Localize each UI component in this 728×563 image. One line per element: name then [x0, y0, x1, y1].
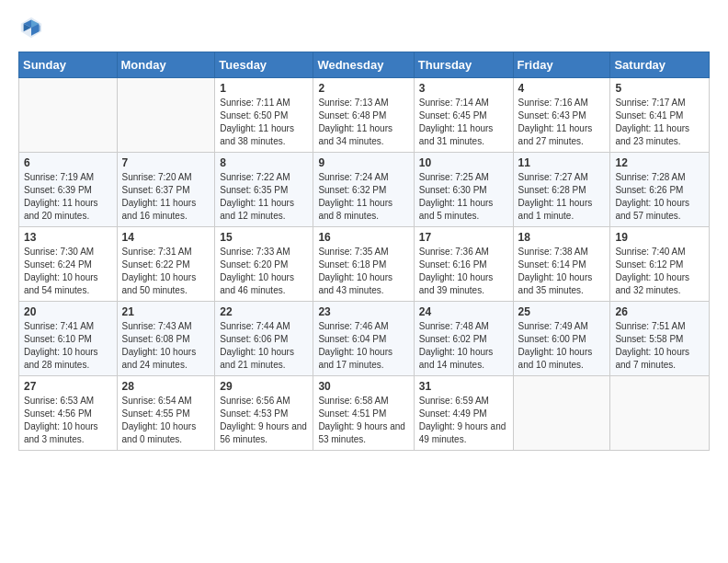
page: SundayMondayTuesdayWednesdayThursdayFrid…: [0, 0, 728, 465]
day-info: Sunrise: 7:43 AM Sunset: 6:08 PM Dayligh…: [122, 320, 210, 372]
day-cell: 11Sunrise: 7:27 AM Sunset: 6:28 PM Dayli…: [513, 153, 610, 227]
day-cell: 22Sunrise: 7:44 AM Sunset: 6:06 PM Dayli…: [215, 302, 313, 376]
day-number: 10: [419, 156, 508, 169]
day-cell: 14Sunrise: 7:31 AM Sunset: 6:22 PM Dayli…: [117, 227, 215, 302]
day-number: 25: [518, 305, 606, 318]
day-number: 22: [220, 305, 308, 318]
day-info: Sunrise: 7:16 AM Sunset: 6:43 PM Dayligh…: [518, 97, 606, 148]
day-info: Sunrise: 7:46 AM Sunset: 6:04 PM Dayligh…: [318, 320, 408, 372]
day-cell: 21Sunrise: 7:43 AM Sunset: 6:08 PM Dayli…: [117, 302, 215, 376]
day-cell: 2Sunrise: 7:13 AM Sunset: 6:48 PM Daylig…: [313, 78, 414, 153]
day-info: Sunrise: 7:38 AM Sunset: 6:14 PM Dayligh…: [518, 246, 606, 297]
weekday-header-wednesday: Wednesday: [313, 52, 414, 78]
day-number: 19: [615, 231, 704, 244]
day-cell: 30Sunrise: 6:58 AM Sunset: 4:51 PM Dayli…: [313, 376, 414, 451]
day-cell: 25Sunrise: 7:49 AM Sunset: 6:00 PM Dayli…: [513, 302, 610, 376]
day-number: 12: [615, 156, 704, 169]
day-info: Sunrise: 6:59 AM Sunset: 4:49 PM Dayligh…: [419, 395, 508, 446]
day-info: Sunrise: 7:17 AM Sunset: 6:41 PM Dayligh…: [615, 97, 704, 148]
day-cell: 12Sunrise: 7:28 AM Sunset: 6:26 PM Dayli…: [610, 153, 710, 227]
day-cell: 4Sunrise: 7:16 AM Sunset: 6:43 PM Daylig…: [513, 78, 610, 153]
weekday-header-tuesday: Tuesday: [215, 52, 313, 78]
week-row-2: 6Sunrise: 7:19 AM Sunset: 6:39 PM Daylig…: [19, 153, 710, 227]
day-number: 13: [24, 231, 112, 244]
day-cell: 26Sunrise: 7:51 AM Sunset: 5:58 PM Dayli…: [610, 302, 710, 376]
day-info: Sunrise: 7:13 AM Sunset: 6:48 PM Dayligh…: [318, 97, 408, 148]
day-cell: 31Sunrise: 6:59 AM Sunset: 4:49 PM Dayli…: [414, 376, 513, 451]
day-info: Sunrise: 7:30 AM Sunset: 6:24 PM Dayligh…: [24, 246, 112, 297]
weekday-header-friday: Friday: [513, 52, 610, 78]
day-number: 8: [220, 156, 308, 169]
day-number: 17: [419, 231, 508, 244]
day-info: Sunrise: 7:36 AM Sunset: 6:16 PM Dayligh…: [419, 246, 508, 297]
day-number: 9: [318, 156, 408, 169]
day-number: 4: [518, 82, 606, 95]
day-cell: 8Sunrise: 7:22 AM Sunset: 6:35 PM Daylig…: [215, 153, 313, 227]
day-cell: 28Sunrise: 6:54 AM Sunset: 4:55 PM Dayli…: [117, 376, 215, 451]
day-cell: 13Sunrise: 7:30 AM Sunset: 6:24 PM Dayli…: [19, 227, 118, 302]
calendar-table: SundayMondayTuesdayWednesdayThursdayFrid…: [18, 52, 710, 451]
day-number: 18: [518, 231, 606, 244]
day-number: 6: [24, 156, 112, 169]
day-info: Sunrise: 7:35 AM Sunset: 6:18 PM Dayligh…: [318, 246, 408, 297]
day-info: Sunrise: 6:58 AM Sunset: 4:51 PM Dayligh…: [318, 395, 408, 446]
day-number: 20: [24, 305, 112, 318]
day-cell: 24Sunrise: 7:48 AM Sunset: 6:02 PM Dayli…: [414, 302, 513, 376]
day-cell: 20Sunrise: 7:41 AM Sunset: 6:10 PM Dayli…: [19, 302, 118, 376]
day-cell: [19, 78, 118, 153]
weekday-header-row: SundayMondayTuesdayWednesdayThursdayFrid…: [19, 52, 710, 78]
day-number: 2: [318, 82, 408, 95]
day-info: Sunrise: 7:49 AM Sunset: 6:00 PM Dayligh…: [518, 320, 606, 372]
day-number: 26: [615, 305, 704, 318]
week-row-1: 1Sunrise: 7:11 AM Sunset: 6:50 PM Daylig…: [19, 78, 710, 153]
day-info: Sunrise: 7:22 AM Sunset: 6:35 PM Dayligh…: [220, 171, 308, 223]
weekday-header-sunday: Sunday: [19, 52, 118, 78]
day-number: 29: [220, 380, 308, 393]
day-info: Sunrise: 7:14 AM Sunset: 6:45 PM Dayligh…: [419, 97, 508, 148]
week-row-4: 20Sunrise: 7:41 AM Sunset: 6:10 PM Dayli…: [19, 302, 710, 376]
day-info: Sunrise: 7:27 AM Sunset: 6:28 PM Dayligh…: [518, 171, 606, 223]
day-cell: [610, 376, 710, 451]
day-number: 30: [318, 380, 408, 393]
week-row-3: 13Sunrise: 7:30 AM Sunset: 6:24 PM Dayli…: [19, 227, 710, 302]
day-number: 16: [318, 231, 408, 244]
day-cell: 17Sunrise: 7:36 AM Sunset: 6:16 PM Dayli…: [414, 227, 513, 302]
day-cell: 15Sunrise: 7:33 AM Sunset: 6:20 PM Dayli…: [215, 227, 313, 302]
day-number: 27: [24, 380, 112, 393]
day-cell: 16Sunrise: 7:35 AM Sunset: 6:18 PM Dayli…: [313, 227, 414, 302]
day-cell: 5Sunrise: 7:17 AM Sunset: 6:41 PM Daylig…: [610, 78, 710, 153]
day-number: 7: [122, 156, 210, 169]
day-cell: [117, 78, 215, 153]
weekday-header-thursday: Thursday: [414, 52, 513, 78]
day-info: Sunrise: 7:51 AM Sunset: 5:58 PM Dayligh…: [615, 320, 704, 372]
day-info: Sunrise: 6:53 AM Sunset: 4:56 PM Dayligh…: [24, 395, 112, 446]
day-number: 1: [220, 82, 308, 95]
day-cell: 3Sunrise: 7:14 AM Sunset: 6:45 PM Daylig…: [414, 78, 513, 153]
day-number: 14: [122, 231, 210, 244]
day-info: Sunrise: 7:48 AM Sunset: 6:02 PM Dayligh…: [419, 320, 508, 372]
day-cell: 19Sunrise: 7:40 AM Sunset: 6:12 PM Dayli…: [610, 227, 710, 302]
day-info: Sunrise: 7:24 AM Sunset: 6:32 PM Dayligh…: [318, 171, 408, 223]
day-cell: 1Sunrise: 7:11 AM Sunset: 6:50 PM Daylig…: [215, 78, 313, 153]
day-number: 5: [615, 82, 704, 95]
day-info: Sunrise: 7:25 AM Sunset: 6:30 PM Dayligh…: [419, 171, 508, 223]
day-number: 21: [122, 305, 210, 318]
weekday-header-monday: Monday: [117, 52, 215, 78]
day-number: 31: [419, 380, 508, 393]
logo: [18, 15, 48, 40]
day-info: Sunrise: 7:41 AM Sunset: 6:10 PM Dayligh…: [24, 320, 112, 372]
day-cell: 6Sunrise: 7:19 AM Sunset: 6:39 PM Daylig…: [19, 153, 118, 227]
day-info: Sunrise: 7:28 AM Sunset: 6:26 PM Dayligh…: [615, 171, 704, 223]
day-number: 24: [419, 305, 508, 318]
day-cell: 10Sunrise: 7:25 AM Sunset: 6:30 PM Dayli…: [414, 153, 513, 227]
day-cell: 29Sunrise: 6:56 AM Sunset: 4:53 PM Dayli…: [215, 376, 313, 451]
day-info: Sunrise: 7:40 AM Sunset: 6:12 PM Dayligh…: [615, 246, 704, 297]
logo-icon: [18, 15, 44, 40]
day-number: 11: [518, 156, 606, 169]
day-info: Sunrise: 6:56 AM Sunset: 4:53 PM Dayligh…: [220, 395, 308, 446]
day-number: 28: [122, 380, 210, 393]
day-cell: 7Sunrise: 7:20 AM Sunset: 6:37 PM Daylig…: [117, 153, 215, 227]
day-cell: [513, 376, 610, 451]
day-cell: 18Sunrise: 7:38 AM Sunset: 6:14 PM Dayli…: [513, 227, 610, 302]
day-cell: 27Sunrise: 6:53 AM Sunset: 4:56 PM Dayli…: [19, 376, 118, 451]
